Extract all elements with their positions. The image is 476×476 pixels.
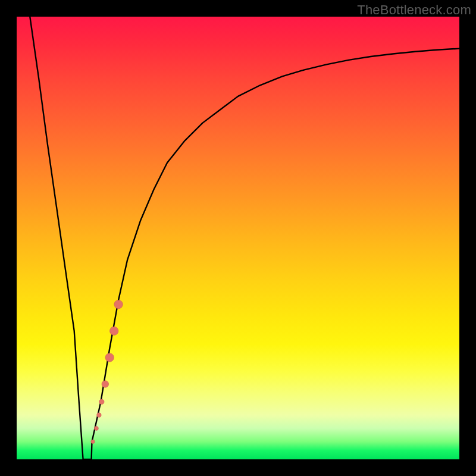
plot-area <box>17 17 459 459</box>
highlight-point <box>91 440 95 443</box>
highlight-point <box>105 353 114 362</box>
highlight-point <box>114 300 123 308</box>
chart-stage: TheBottleneck.com <box>0 0 476 476</box>
highlight-point <box>94 426 98 430</box>
curve-layer <box>17 17 459 459</box>
highlight-point <box>110 327 118 335</box>
highlight-point <box>99 399 104 404</box>
watermark-label: TheBottleneck.com <box>357 2 471 18</box>
bottleneck-curve <box>30 17 459 459</box>
highlight-point <box>102 381 109 388</box>
highlight-point <box>97 413 102 418</box>
